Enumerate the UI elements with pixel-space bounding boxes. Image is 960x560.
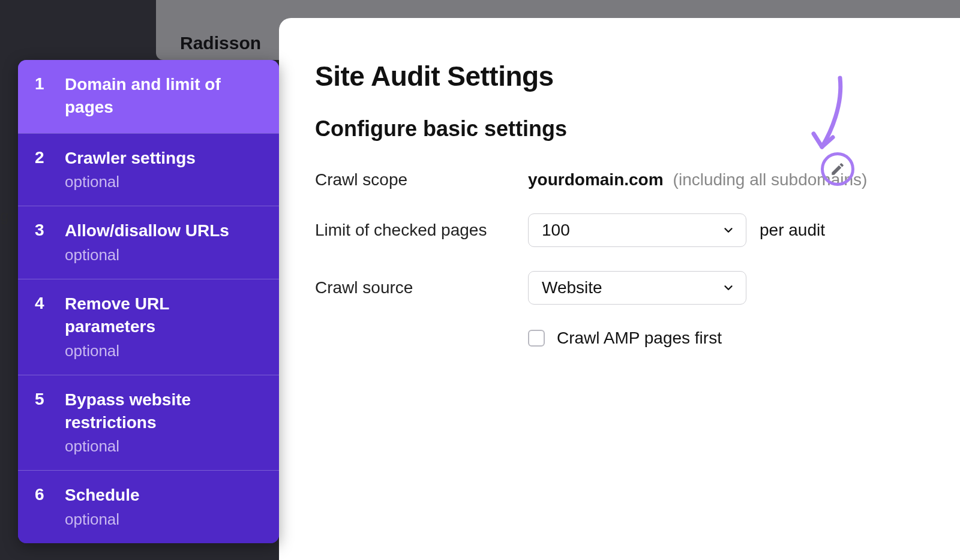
- wizard-step-optional: optional: [65, 510, 139, 529]
- label-amp: Crawl AMP pages first: [557, 329, 722, 348]
- page-subtitle: Configure basic settings: [315, 116, 942, 141]
- chevron-down-icon: [722, 224, 735, 237]
- wizard-step-number: 3: [35, 219, 48, 241]
- label-crawl-source: Crawl source: [315, 278, 528, 297]
- row-amp: Crawl AMP pages first: [528, 329, 942, 348]
- select-limit-value: 100: [542, 221, 570, 240]
- wizard-step-6[interactable]: 6Scheduleoptional: [18, 470, 279, 543]
- label-limit: Limit of checked pages: [315, 221, 528, 240]
- limit-suffix: per audit: [760, 221, 825, 240]
- wizard-step-body: Crawler settingsoptional: [65, 147, 196, 192]
- select-crawl-source-value: Website: [542, 278, 602, 297]
- wizard-step-3[interactable]: 3Allow/disallow URLsoptional: [18, 206, 279, 279]
- wizard-step-optional: optional: [65, 437, 262, 456]
- wizard-step-label: Bypass website restrictions: [65, 389, 262, 434]
- wizard-step-label: Crawler settings: [65, 147, 196, 170]
- select-crawl-source[interactable]: Website: [528, 271, 746, 305]
- wizard-step-number: 1: [35, 73, 48, 95]
- settings-panel: Site Audit Settings Configure basic sett…: [279, 18, 960, 560]
- wizard-step-label: Allow/disallow URLs: [65, 219, 229, 242]
- wizard-step-label: Schedule: [65, 484, 139, 507]
- wizard-sidebar: 1Domain and limit of pages2Crawler setti…: [18, 60, 279, 543]
- wizard-step-label: Domain and limit of pages: [65, 73, 262, 119]
- checkbox-amp[interactable]: [528, 330, 545, 347]
- wizard-step-body: Remove URL parametersoptional: [65, 293, 262, 360]
- wizard-step-number: 5: [35, 389, 48, 410]
- wizard-step-body: Domain and limit of pages: [65, 73, 262, 119]
- wizard-step-2[interactable]: 2Crawler settingsoptional: [18, 133, 279, 206]
- wizard-step-body: Scheduleoptional: [65, 484, 139, 529]
- wizard-step-number: 4: [35, 293, 48, 314]
- wizard-step-body: Bypass website restrictionsoptional: [65, 389, 262, 456]
- row-crawl-source: Crawl source Website: [315, 271, 942, 305]
- wizard-step-1[interactable]: 1Domain and limit of pages: [18, 60, 279, 133]
- wizard-step-optional: optional: [65, 246, 229, 264]
- edit-crawl-scope-highlight: [821, 152, 854, 186]
- crawl-scope-domain: yourdomain.com: [528, 170, 664, 189]
- wizard-step-label: Remove URL parameters: [65, 293, 262, 338]
- wizard-step-optional: optional: [65, 342, 262, 360]
- wizard-step-5[interactable]: 5Bypass website restrictionsoptional: [18, 375, 279, 471]
- row-limit: Limit of checked pages 100 per audit: [315, 213, 942, 247]
- wizard-step-4[interactable]: 4Remove URL parametersoptional: [18, 279, 279, 375]
- value-crawl-scope: yourdomain.com (including all subdomains…: [528, 170, 867, 189]
- wizard-step-body: Allow/disallow URLsoptional: [65, 219, 229, 264]
- select-limit[interactable]: 100: [528, 213, 746, 247]
- label-crawl-scope: Crawl scope: [315, 170, 528, 189]
- chevron-down-icon: [722, 281, 735, 294]
- wizard-step-number: 2: [35, 147, 48, 168]
- wizard-step-optional: optional: [65, 173, 196, 191]
- wizard-step-number: 6: [35, 484, 48, 505]
- pencil-icon[interactable]: [830, 161, 845, 177]
- page-title: Site Audit Settings: [315, 60, 942, 92]
